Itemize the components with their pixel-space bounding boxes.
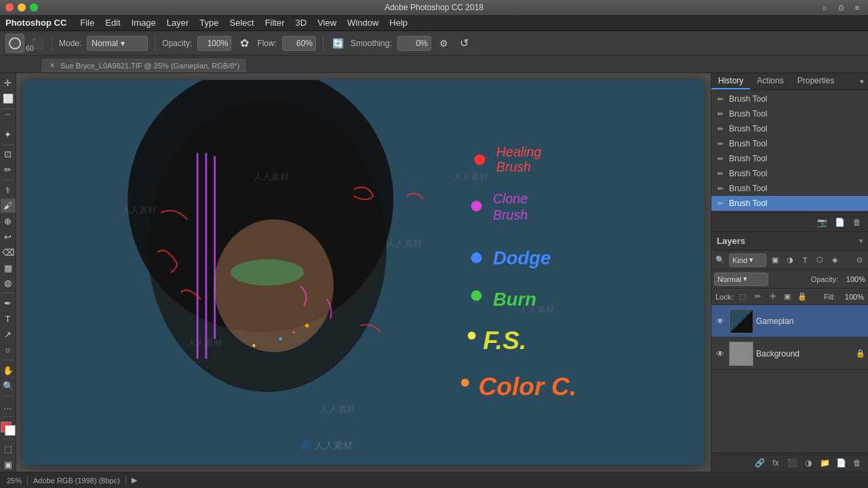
layer-visibility-0[interactable]: 👁 [714,315,726,327]
quick-select-tool[interactable]: ✦ [1,127,16,142]
history-item-3[interactable]: ✏Brush Tool [711,136,868,151]
lasso-tool[interactable]: ⌒ [1,112,16,126]
menu-type[interactable]: Type [194,15,224,31]
lock-position-icon[interactable]: ✛ [767,291,778,302]
history-item-1[interactable]: ✏Brush Tool [711,106,868,121]
extra-tools[interactable]: … [1,399,16,413]
color-swatches[interactable] [1,422,16,436]
brush-tool[interactable]: 🖌 [1,199,16,213]
layers-collapse-btn[interactable]: ▾ [859,237,863,245]
new-adjustment-btn[interactable]: ◑ [802,456,815,470]
filter-smart-icon[interactable]: ◈ [829,254,841,266]
path-select-tool[interactable]: ↗ [1,327,16,342]
filter-type-icon[interactable]: T [799,254,811,266]
zoom-tool[interactable]: 🔍 [1,379,16,393]
history-item-0[interactable]: ✏Brush Tool [711,92,868,106]
eyedropper-tool[interactable]: ✏ [1,163,16,177]
menu-help[interactable]: Help [384,15,413,31]
filter-shape-icon[interactable]: ⬡ [814,254,826,266]
document-tab[interactable]: ✕ Sue Bryce_L0A9821.TIF @ 25% (Gameplan,… [41,58,247,73]
filter-kind-dropdown[interactable]: Kind ▾ [729,253,766,267]
lock-transparent-icon[interactable]: ⬚ [737,291,748,302]
status-info-arrow[interactable]: ▶ [132,476,137,485]
marquee-tool[interactable]: ⬜ [1,92,16,106]
settings-icon[interactable]: ⚙ [437,36,452,51]
filter-search-icon[interactable]: 🔍 [714,254,726,266]
filter-adjust-icon[interactable]: ◑ [784,254,796,266]
lock-artboard-icon[interactable]: ▣ [782,291,793,302]
delete-state-btn[interactable]: 🗑 [850,216,864,229]
canvas-area[interactable]: Healing Brush Clone Brush Dodge Burn F.S… [16,73,711,472]
layer-visibility-1[interactable]: 👁 [714,348,726,360]
lock-all-icon[interactable]: 🔒 [797,291,808,302]
history-item-2[interactable]: ✏Brush Tool [711,121,868,136]
menu-filter[interactable]: Filter [260,15,290,31]
tab-close-icon[interactable]: ✕ [48,62,56,70]
menu-select[interactable]: Select [224,15,259,31]
airbrush-icon[interactable]: ✿ [237,36,252,51]
add-mask-btn[interactable]: ⬛ [785,456,799,470]
brush-preview-btn[interactable] [5,34,24,53]
smoothing-input[interactable] [397,36,431,51]
toolbar-sep-1 [2,108,14,109]
new-layer-btn[interactable]: 📄 [834,456,848,470]
actions-tab[interactable]: Actions [750,73,790,89]
crop-tool[interactable]: ⊡ [1,147,16,161]
create-snapshot-btn[interactable]: 📷 [815,216,829,229]
menu-image[interactable]: Image [126,15,161,31]
history-panel-collapse[interactable]: ▾ [856,77,868,86]
new-group-btn[interactable]: 📁 [818,456,831,470]
menu-3d[interactable]: 3D [290,15,313,31]
dodge-tool[interactable]: ◍ [1,277,16,291]
layer-item-background[interactable]: 👁 Background 🔒 [711,338,868,370]
menu-edit[interactable]: Edit [100,15,125,31]
flow-input[interactable] [282,36,316,51]
layer-item-gameplan[interactable]: 👁 Gameplan [711,305,868,338]
filter-pixel-icon[interactable]: ▣ [769,254,781,266]
link-layers-btn[interactable]: 🔗 [753,456,766,470]
lock-pixels-icon[interactable]: ✏ [752,291,763,302]
maximize-button[interactable] [30,3,38,12]
shape-tool[interactable]: ○ [1,343,16,357]
healing-tool[interactable]: ⚕ [1,183,16,197]
type-tool[interactable]: T [1,312,16,326]
new-document-from-state-btn[interactable]: 📄 [833,216,846,229]
screen-mode-btn[interactable]: ▣ [1,458,16,472]
search-icon[interactable]: ⌕ [819,2,830,13]
history-item-7[interactable]: ✏Brush Tool [711,196,868,211]
mode-dropdown[interactable]: Normal ▾ [87,36,148,51]
share-icon[interactable]: ⎙ [835,2,846,13]
blend-mode-dropdown[interactable]: Normal ▾ [714,272,768,286]
history-brush-tool[interactable]: ↩ [1,230,16,244]
stamp-tool[interactable]: ⊕ [1,214,16,228]
history-item-6[interactable]: ✏Brush Tool [711,181,868,196]
history-item-4[interactable]: ✏Brush Tool [711,151,868,166]
menu-view[interactable]: View [312,15,342,31]
delete-layer-btn[interactable]: 🗑 [850,456,864,470]
pen-tool[interactable]: ✒ [1,296,16,310]
lock-label: Lock: [715,293,733,301]
smoothing-icon[interactable]: 🔄 [330,36,345,51]
opacity-input[interactable] [197,36,231,51]
close-button[interactable] [5,3,14,12]
filter-toggle-icon[interactable]: ⊙ [853,254,865,266]
properties-tab[interactable]: Properties [791,73,842,89]
quick-mask-btn[interactable]: ⬚ [1,442,16,456]
background-color[interactable] [5,425,16,436]
extra-btn[interactable]: ↺ [457,36,472,51]
menu-layer[interactable]: Layer [161,15,195,31]
menu-file[interactable]: File [75,15,100,31]
move-tool[interactable]: ✛ [1,76,16,90]
menu-window[interactable]: Window [342,15,384,31]
history-tab[interactable]: History [711,73,750,89]
menu-icon[interactable]: ≡ [852,2,863,13]
brush-preview[interactable]: 60 [5,34,24,53]
history-item-5[interactable]: ✏Brush Tool [711,166,868,181]
hand-tool[interactable]: ✋ [1,363,16,378]
add-style-btn[interactable]: fx [769,456,783,470]
eraser-tool[interactable]: ⌫ [1,245,16,260]
fill-value[interactable]: 100% [840,293,864,301]
gradient-tool[interactable]: ▦ [1,261,16,275]
minimize-button[interactable] [18,3,26,12]
opacity-value[interactable]: 100% [841,275,865,283]
